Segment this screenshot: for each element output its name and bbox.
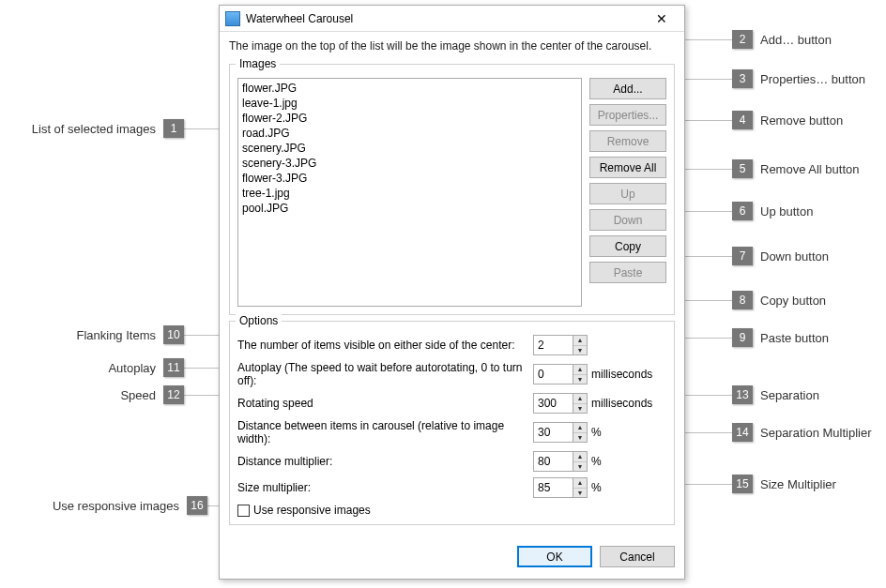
callout-num: 3 — [732, 69, 753, 88]
paste-button[interactable]: Paste — [589, 262, 666, 283]
flanking-spinner[interactable]: ▲▼ — [533, 335, 588, 355]
callout-label: Separation Multiplier — [760, 426, 872, 440]
callout-label: Size Multiplier — [760, 477, 836, 491]
autoplay-unit: milliseconds — [591, 368, 666, 381]
list-item[interactable]: flower.JPG — [242, 81, 577, 96]
cancel-button[interactable]: Cancel — [600, 546, 675, 567]
properties-button[interactable]: Properties... — [589, 104, 666, 126]
autoplay-spinner[interactable]: ▲▼ — [533, 364, 588, 384]
list-item[interactable]: tree-1.jpg — [242, 186, 577, 201]
distmul-label: Distance multiplier: — [237, 455, 529, 468]
list-item[interactable]: scenery.JPG — [242, 141, 577, 156]
callout-num: 13 — [732, 385, 753, 404]
callout-label: Properties… button — [760, 72, 865, 86]
options-group: Options The number of items visible on e… — [229, 321, 675, 525]
up-button[interactable]: Up — [589, 183, 666, 204]
list-item[interactable]: scenery-3.JPG — [242, 156, 577, 171]
callout-label: Remove button — [760, 113, 843, 128]
flanking-input[interactable] — [533, 335, 573, 355]
list-item[interactable]: flower-3.JPG — [242, 171, 577, 186]
autoplay-input[interactable] — [533, 364, 573, 384]
callout-num: 2 — [732, 30, 753, 49]
spin-up-icon[interactable]: ▲ — [573, 394, 587, 404]
list-item[interactable]: leave-1.jpg — [242, 96, 577, 111]
speed-spinner[interactable]: ▲▼ — [533, 393, 588, 414]
down-button[interactable]: Down — [589, 209, 666, 231]
options-legend: Options — [236, 314, 282, 327]
spin-up-icon[interactable]: ▲ — [573, 365, 587, 375]
images-legend: Images — [236, 57, 280, 70]
spin-down-icon[interactable]: ▼ — [573, 346, 587, 355]
callout-num: 10 — [163, 325, 184, 344]
flanking-label: The number of items visible on either si… — [237, 339, 529, 352]
separation-input[interactable] — [533, 422, 573, 443]
waterwheel-dialog: Waterwheel Carousel ✕ The image on the t… — [219, 5, 685, 580]
sizemul-label: Size multiplier: — [237, 481, 529, 494]
spin-down-icon[interactable]: ▼ — [573, 375, 587, 384]
separation-label: Distance between items in carousel (rela… — [237, 419, 529, 445]
spin-up-icon[interactable]: ▲ — [573, 478, 587, 489]
speed-label: Rotating speed — [237, 397, 529, 410]
callout-label: Use responsive images — [53, 499, 179, 513]
callout-num: 16 — [187, 496, 207, 515]
close-button[interactable]: ✕ — [643, 8, 680, 30]
callout-num: 9 — [732, 328, 753, 347]
callout-label: Down button — [760, 249, 829, 264]
callout-num: 12 — [163, 385, 184, 404]
callout-num: 7 — [732, 247, 753, 265]
spin-down-icon[interactable]: ▼ — [573, 433, 587, 443]
callout-label: Speed — [120, 388, 156, 402]
speed-unit: milliseconds — [591, 397, 666, 410]
spin-down-icon[interactable]: ▼ — [573, 489, 587, 498]
callout-num: 15 — [732, 475, 753, 493]
images-group: Images flower.JPG leave-1.jpg flower-2.J… — [229, 64, 675, 315]
spin-down-icon[interactable]: ▼ — [573, 404, 587, 414]
callout-label: Flanking Items — [76, 328, 156, 342]
dialog-hint: The image on the top of the list will be… — [229, 38, 675, 58]
callout-label: Autoplay — [108, 361, 156, 375]
speed-input[interactable] — [533, 393, 573, 414]
add-button[interactable]: Add... — [589, 78, 666, 99]
callout-num: 1 — [163, 119, 184, 138]
spin-up-icon[interactable]: ▲ — [573, 452, 587, 462]
callout-label: List of selected images — [32, 122, 156, 136]
callout-num: 11 — [163, 358, 184, 377]
copy-button[interactable]: Copy — [589, 235, 666, 257]
ok-button[interactable]: OK — [517, 546, 592, 567]
distmul-unit: % — [591, 455, 666, 468]
spin-up-icon[interactable]: ▲ — [573, 336, 587, 346]
list-item[interactable]: flower-2.JPG — [242, 111, 577, 126]
callout-label: Add… button — [760, 33, 832, 47]
autoplay-label: Autoplay (The speed to wait before autor… — [237, 361, 529, 387]
separation-spinner[interactable]: ▲▼ — [533, 422, 588, 443]
distmul-spinner[interactable]: ▲▼ — [533, 451, 588, 472]
sizemul-spinner[interactable]: ▲▼ — [533, 477, 588, 498]
callout-label: Up button — [760, 204, 813, 219]
app-icon — [225, 11, 240, 26]
spin-up-icon[interactable]: ▲ — [573, 423, 587, 433]
responsive-label: Use responsive images — [253, 504, 371, 517]
remove-all-button[interactable]: Remove All — [589, 157, 666, 178]
separation-unit: % — [591, 426, 666, 439]
list-item[interactable]: road.JPG — [242, 126, 577, 141]
spin-down-icon[interactable]: ▼ — [573, 462, 587, 472]
sizemul-unit: % — [591, 481, 666, 494]
callout-label: Remove All button — [760, 162, 860, 176]
callout-num: 8 — [732, 291, 753, 309]
dialog-title: Waterwheel Carousel — [246, 12, 643, 25]
callout-num: 14 — [732, 423, 753, 442]
list-item[interactable]: pool.JPG — [242, 201, 577, 216]
sizemul-input[interactable] — [533, 477, 573, 498]
callout-label: Copy button — [760, 294, 826, 308]
distmul-input[interactable] — [533, 451, 573, 472]
responsive-checkbox[interactable] — [237, 505, 250, 517]
remove-button[interactable]: Remove — [589, 130, 666, 152]
images-listbox[interactable]: flower.JPG leave-1.jpg flower-2.JPG road… — [237, 78, 582, 307]
callout-num: 4 — [732, 111, 753, 129]
callout-label: Separation — [760, 388, 819, 402]
callout-num: 5 — [732, 159, 753, 178]
titlebar[interactable]: Waterwheel Carousel ✕ — [220, 6, 684, 32]
callout-label: Paste button — [760, 331, 829, 345]
callout-num: 6 — [732, 202, 753, 220]
